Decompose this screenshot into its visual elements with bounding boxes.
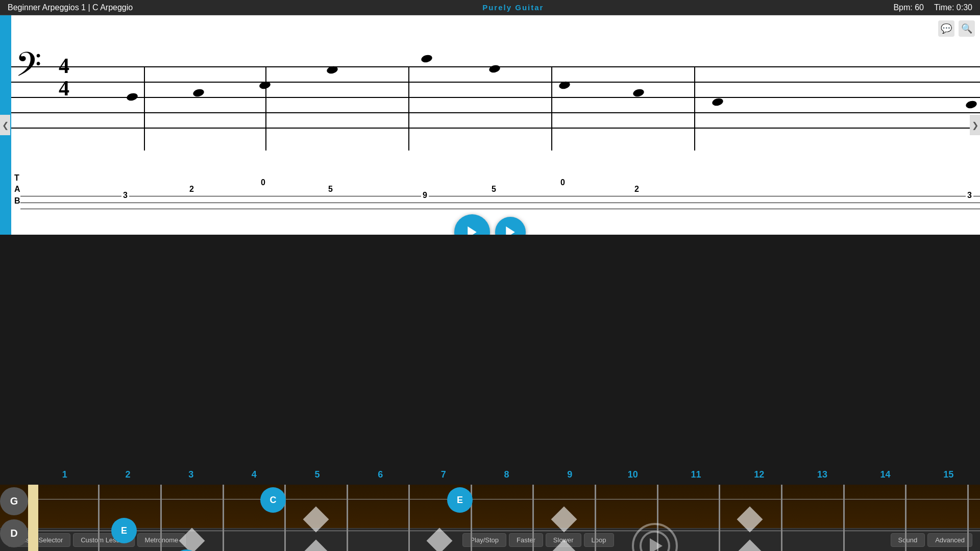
fret-wire-13 (843, 485, 845, 551)
string-g-line (28, 499, 980, 499)
play-button[interactable] (454, 214, 490, 235)
svg-marker-1 (506, 227, 515, 235)
sound-button[interactable]: Sound (891, 533, 925, 547)
fret-num-11: 11 (665, 469, 728, 480)
lesson-title: Beginner Arpeggios 1 | C Arpeggio (8, 3, 133, 12)
fret-wire-11 (719, 485, 720, 551)
fret-num-8: 8 (475, 469, 538, 480)
play-controls (454, 214, 526, 235)
fret-wire-8 (532, 485, 534, 551)
brand-logo: Purely Guitar (482, 3, 544, 12)
tab-line-1 (20, 196, 980, 196)
svg-marker-3 (650, 538, 663, 551)
bar-line-2 (265, 66, 266, 151)
right-toolbar-group: Sound Advanced (891, 533, 972, 547)
tab-num-5b: 5 (490, 185, 498, 194)
staff-container (11, 46, 980, 148)
fret-wire-14 (905, 485, 906, 551)
bar-line-5 (694, 66, 695, 151)
staff-line-5 (11, 128, 980, 129)
titlebar: Beginner Arpeggios 1 | C Arpeggio Purely… (0, 0, 980, 15)
next-section-button[interactable] (632, 523, 678, 551)
fret-num-14: 14 (854, 469, 917, 480)
time-sig-bottom: 4 (59, 78, 69, 99)
nut (28, 485, 38, 551)
staff-line-2 (11, 82, 980, 83)
svg-marker-0 (468, 227, 477, 235)
fret-num-5: 5 (286, 469, 349, 480)
fretboard-area: 1 2 3 4 5 6 7 8 9 10 11 12 13 14 15 (0, 235, 980, 531)
tab-num-5: 5 (327, 185, 334, 194)
play-stop-button[interactable]: Play/Stop (462, 533, 506, 547)
fret-num-1: 1 (33, 469, 96, 480)
center-toolbar-group: Play/Stop Faster Slower Loop (462, 533, 614, 547)
fret-wire-1 (98, 485, 100, 551)
bar-line-4 (551, 66, 552, 151)
fret-num-2: 2 (96, 469, 160, 480)
bottom-toolbar: Lesson Selector Custom Lesson Metronome … (0, 528, 980, 551)
note-circle-e-d2: E (111, 518, 137, 543)
faster-button[interactable]: Faster (509, 533, 543, 547)
tab-num-3b: 3 (966, 191, 973, 200)
fret-wire-3 (223, 485, 224, 551)
fret-wire-2 (160, 485, 162, 551)
scroll-left-button[interactable]: ❮ (0, 115, 10, 135)
fret-wire-6 (408, 485, 410, 551)
fret-wire-15 (967, 485, 969, 551)
staff-line-3 (11, 97, 980, 98)
fret-num-6: 6 (349, 469, 412, 480)
tab-num-2: 2 (188, 185, 195, 194)
bar-line-3 (408, 66, 409, 151)
fret-wire-12 (781, 485, 782, 551)
string-label-g: G (0, 487, 28, 515)
fret-num-12: 12 (727, 469, 791, 480)
note-circle-e-g9: E (447, 487, 473, 513)
tab-letters: T A B (14, 172, 20, 207)
step-play-button[interactable] (495, 217, 526, 235)
tab-line-3 (20, 209, 980, 209)
fret-wire-5 (347, 485, 348, 551)
advanced-button[interactable]: Advanced (927, 533, 972, 547)
bar-line-1 (144, 66, 145, 151)
sheet-icons: 💬 🔍 (938, 20, 975, 37)
fret-numbers-row: 1 2 3 4 5 6 7 8 9 10 11 12 13 14 15 (0, 467, 980, 482)
fret-num-13: 13 (791, 469, 854, 480)
fret-num-9: 9 (538, 469, 601, 480)
tab-line-2 (20, 203, 980, 203)
string-d-line (28, 531, 980, 531)
fret-num-10: 10 (601, 469, 665, 480)
tab-num-0: 0 (259, 178, 267, 187)
time-display: Time: 0:30 (934, 3, 972, 12)
fret-num-7: 7 (412, 469, 475, 480)
zoom-icon-btn[interactable]: 🔍 (959, 20, 975, 37)
comment-icon-btn[interactable]: 💬 (938, 20, 954, 37)
staff-line-4 (11, 112, 980, 113)
tab-num-2b: 2 (633, 185, 641, 194)
tab-num-3: 3 (121, 191, 129, 200)
fret-num-4: 4 (223, 469, 286, 480)
tab-num-0b: 0 (559, 178, 567, 187)
string-label-d: D (0, 519, 28, 547)
note-circle-c-g5: C (260, 487, 286, 513)
loop-button[interactable]: Loop (584, 533, 614, 547)
bpm-display: Bpm: 60 (893, 3, 924, 12)
fret-wire-9 (595, 485, 596, 551)
time-sig-top: 4 (59, 55, 69, 77)
fret-num-15: 15 (917, 469, 980, 480)
scroll-right-button[interactable]: ❯ (970, 115, 980, 135)
time-signature: 4 4 (59, 55, 69, 99)
sheet-area: 💬 🔍 𝄢 4 4 T A B 3 2 0 5 9 5 (0, 15, 980, 235)
fret-num-3: 3 (159, 469, 223, 480)
bass-clef: 𝄢 (15, 48, 41, 89)
tab-num-9: 9 (421, 191, 429, 200)
